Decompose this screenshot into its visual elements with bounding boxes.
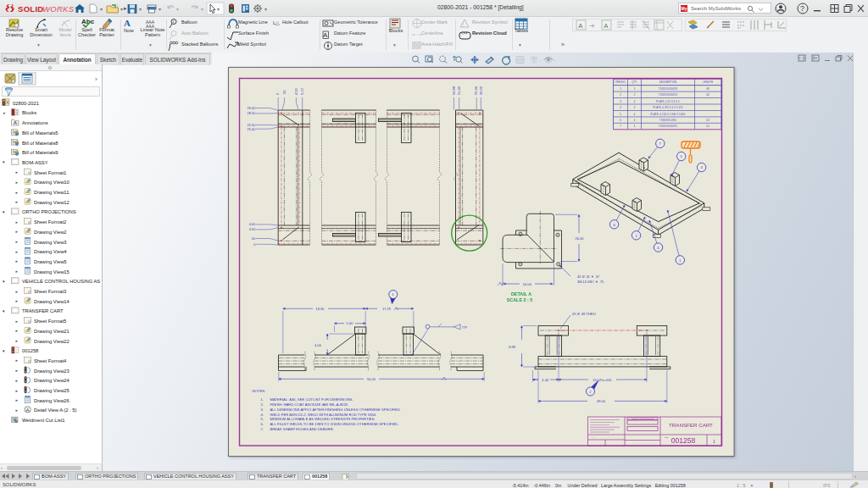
svg-text:28.50: 28.50	[247, 111, 256, 115]
svg-text:▾: ▾	[264, 7, 267, 12]
svg-text:4.5: 4.5	[706, 119, 710, 122]
svg-text:A: A	[26, 408, 30, 413]
svg-text:NOTES:: NOTES:	[252, 389, 265, 393]
svg-text:TS5X5X3/16X75: TS5X5X3/16X75	[659, 125, 678, 128]
svg-text:001258: 001258	[671, 436, 696, 445]
svg-text:8.88: 8.88	[509, 345, 516, 349]
svg-text:A: A	[124, 18, 131, 28]
svg-text:4X Ø .31 ▼ .37: 4X Ø .31 ▼ .37	[577, 275, 599, 279]
svg-text:TRANSFER CART: TRANSFER CART	[669, 422, 713, 428]
svg-text:A: A	[14, 120, 18, 125]
svg-text:WELD PER AWS D1.2. WELD WITH: WELD PER AWS D1.2. WELD WITH ALUMINUM RO…	[270, 413, 377, 417]
svg-text:4.5: 4.5	[706, 125, 710, 128]
svg-text:TS5X5X3/16X76: TS5X5X3/16X76	[659, 87, 678, 91]
svg-text:.50: .50	[251, 236, 256, 241]
svg-text:29.00: 29.00	[247, 106, 256, 110]
svg-text:▾: ▾	[159, 7, 161, 12]
svg-text:SOLID: SOLID	[18, 4, 44, 14]
svg-text:1: 1	[173, 19, 175, 24]
svg-text:3.50: 3.50	[249, 227, 257, 231]
svg-text:56.00: 56.00	[367, 377, 376, 381]
svg-text:SCALE 2 : 5: SCALE 2 : 5	[507, 297, 533, 302]
svg-text:64: 64	[707, 93, 710, 97]
svg-text:56.00: 56.00	[479, 86, 483, 95]
svg-text:BREAK SHARP EDGES AND DEBURR.: BREAK SHARP EDGES AND DEBURR.	[270, 427, 334, 431]
svg-text:50.88: 50.88	[452, 86, 456, 95]
svg-text:4.44: 4.44	[542, 378, 549, 382]
svg-text:LENGTH: LENGTH	[703, 80, 713, 84]
svg-text:TS5X5X3/16X70: TS5X5X3/16X70	[659, 93, 678, 97]
svg-text:WORKS: WORKS	[42, 4, 75, 14]
svg-text:28.00: 28.00	[597, 399, 606, 403]
svg-text:54.00: 54.00	[523, 282, 532, 286]
svg-text:3.: 3.	[261, 408, 264, 412]
svg-text:2.: 2.	[261, 402, 264, 407]
svg-text:PLATE, 0.25 X 4 X 5: PLATE, 0.25 X 4 X 5	[656, 100, 680, 103]
svg-text:A: A	[323, 31, 328, 39]
svg-text:TS3X3X3.1915: TS3X3X3.1915	[659, 119, 677, 122]
svg-text:7.: 7.	[261, 427, 264, 431]
svg-text:?: ?	[800, 4, 804, 13]
svg-text:2X Ø .38 THRU: 2X Ø .38 THRU	[572, 312, 596, 316]
svg-text:4.00: 4.00	[249, 222, 257, 226]
svg-text:ALL DIMENSIONS APPLY AFTER FIN: ALL DIMENSIONS APPLY AFTER FINISHING UNL…	[270, 408, 401, 412]
svg-text:18.36: 18.36	[315, 307, 325, 311]
svg-text:▾: ▾	[120, 7, 123, 12]
svg-text:!: !	[463, 22, 465, 27]
svg-text:3/8-16 UNC ▼ .75: 3/8-16 UNC ▼ .75	[577, 280, 604, 284]
svg-text:»: »	[561, 42, 565, 47]
svg-text:19.125±.010: 19.125±.010	[593, 378, 612, 382]
svg-text:TYP: TYP	[462, 326, 467, 330]
svg-text:68: 68	[707, 87, 710, 91]
svg-text:25.00: 25.00	[247, 127, 256, 131]
svg-text:▾: ▾	[217, 7, 220, 12]
svg-text:▾: ▾	[100, 7, 103, 12]
svg-text:5.00: 5.00	[347, 321, 354, 325]
svg-text:▾: ▾	[176, 7, 179, 12]
svg-text:ALL FILLET WELDS TO BE 1/8IN T: ALL FILLET WELDS TO BE 1/8IN TO 3/16IN U…	[270, 422, 399, 426]
svg-text:QTY.: QTY.	[632, 80, 637, 84]
svg-text:4.: 4.	[261, 413, 264, 417]
svg-text:MATERIAL: A36, SEE CUTLIST F: MATERIAL: A36, SEE CUTLIST FOR DIMENSION…	[270, 397, 353, 402]
svg-text:DETAIL A: DETAIL A	[511, 291, 531, 297]
svg-text:-: -	[539, 58, 541, 63]
svg-text:1.: 1.	[261, 397, 264, 402]
svg-text:MINIMUM ALLOWABLE AS WELDED ST: MINIMUM ALLOWABLE AS WELDED STRENGTH PRO…	[270, 417, 376, 421]
svg-text:DESCRIPTION: DESCRIPTION	[659, 80, 677, 84]
svg-text:51.44: 51.44	[457, 86, 461, 95]
svg-text:▾: ▾	[139, 7, 142, 12]
svg-text:UNLESS OTHERWISE SPECIFIED: UNLESS OTHERWISE SPECIFIED	[632, 418, 655, 419]
svg-text:-: -	[554, 58, 556, 63]
svg-text:26.00: 26.00	[576, 236, 585, 241]
svg-text:▾: ▾	[201, 7, 203, 12]
svg-text:5.: 5.	[261, 417, 264, 421]
svg-text:PLATE, 0.375 X 4 X 5.125: PLATE, 0.375 X 4 X 5.125	[654, 106, 683, 109]
svg-text:17.29: 17.29	[382, 307, 392, 311]
svg-text:5.13: 5.13	[300, 87, 304, 95]
svg-text:6.: 6.	[261, 422, 264, 426]
svg-text:.56: .56	[282, 90, 287, 95]
svg-text:1: 1	[713, 439, 715, 444]
svg-text:4.00: 4.00	[314, 343, 322, 347]
svg-text:PLATE, 0.134 X 1.906 X 5.865: PLATE, 0.134 X 1.906 X 5.865	[651, 113, 686, 116]
svg-text:ITEM NO.: ITEM NO.	[615, 80, 626, 84]
svg-text:4.56: 4.56	[294, 87, 298, 95]
svg-text:△: △	[275, 20, 280, 25]
svg-text:FINISH: HARD COAT ANODIZE IAW: FINISH: HARD COAT ANODIZE IAW MIL-A-8625	[270, 402, 349, 407]
